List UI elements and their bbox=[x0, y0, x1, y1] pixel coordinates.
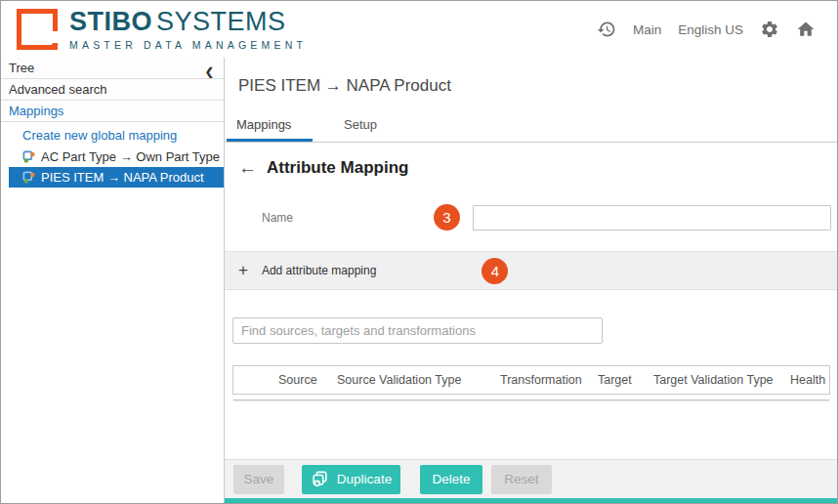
column-header-source-validation-type: Source Validation Type bbox=[337, 373, 461, 387]
sidebar-item-tree-label: Tree bbox=[9, 61, 34, 75]
main-content: PIES ITEM → NAPA Product Mappings Setup … bbox=[225, 58, 837, 503]
app-window: STIBOSYSTEMS MASTER DATA MANAGEMENT Main… bbox=[0, 0, 838, 504]
bottom-accent-strip bbox=[225, 498, 837, 503]
add-attribute-mapping-label[interactable]: Add attribute mapping bbox=[262, 264, 376, 277]
mapping-item-ac-part-type[interactable]: AC Part Type → Own Part Type bbox=[1, 147, 224, 167]
mappings-table: Source Source Validation Type Transforma… bbox=[225, 365, 837, 400]
mapping-item-label: AC Part Type → Own Part Type bbox=[41, 147, 220, 167]
sidebar-item-advanced-search[interactable]: Advanced search bbox=[1, 79, 224, 101]
back-arrow-icon[interactable]: ← bbox=[238, 158, 257, 178]
table-header-row: Source Source Validation Type Transforma… bbox=[232, 365, 830, 395]
plus-icon[interactable]: + bbox=[238, 261, 248, 280]
tab-setup[interactable]: Setup bbox=[334, 114, 412, 142]
brand-name-light: SYSTEMS bbox=[156, 7, 286, 36]
header-controls: Main English US bbox=[597, 20, 837, 39]
sidebar-item-mappings-label: Mappings bbox=[9, 104, 63, 118]
save-button[interactable]: Save bbox=[233, 465, 284, 494]
column-header-source: Source bbox=[278, 373, 317, 387]
duplicate-icon bbox=[311, 470, 329, 488]
brand-name-bold: STIBO bbox=[69, 7, 152, 36]
page-title: PIES ITEM → NAPA Product bbox=[238, 76, 451, 96]
mapping-icon bbox=[22, 150, 35, 163]
main-menu-link[interactable]: Main bbox=[633, 22, 661, 37]
logo-square-icon bbox=[17, 9, 58, 50]
action-footer: Save Duplicate Delete Reset bbox=[225, 459, 837, 498]
column-header-transformation: Transformation bbox=[500, 373, 582, 387]
delete-button[interactable]: Delete bbox=[420, 465, 482, 494]
duplicate-button-label: Duplicate bbox=[337, 472, 392, 486]
step-badge-4: 4 bbox=[482, 258, 508, 284]
attribute-mapping-heading: Attribute Mapping bbox=[267, 158, 408, 178]
column-header-health: Health bbox=[790, 373, 825, 387]
language-selector[interactable]: English US bbox=[678, 22, 743, 37]
brand-tagline: MASTER DATA MANAGEMENT bbox=[69, 39, 307, 51]
logo-text: STIBOSYSTEMS MASTER DATA MANAGEMENT bbox=[69, 9, 307, 51]
mapping-item-label: PIES ITEM → NAPA Product bbox=[41, 167, 204, 188]
home-icon[interactable] bbox=[796, 20, 816, 39]
step-badge-3: 3 bbox=[434, 204, 460, 231]
mapping-item-pies-item-selected[interactable]: PIES ITEM → NAPA Product bbox=[9, 167, 224, 188]
name-label: Name bbox=[262, 211, 434, 225]
sidebar-item-advanced-search-label: Advanced search bbox=[9, 82, 106, 97]
mapping-icon bbox=[22, 171, 35, 184]
gear-icon[interactable] bbox=[760, 20, 779, 39]
history-icon[interactable] bbox=[597, 20, 616, 39]
search-input[interactable] bbox=[232, 317, 603, 344]
sidebar-item-tree[interactable]: Tree ❮ bbox=[1, 58, 224, 79]
left-sidebar: Tree ❮ Advanced search Mappings Create n… bbox=[1, 58, 225, 503]
stibo-systems-logo: STIBOSYSTEMS MASTER DATA MANAGEMENT bbox=[17, 9, 307, 51]
column-header-target-validation-type: Target Validation Type bbox=[653, 373, 774, 387]
tab-mappings[interactable]: Mappings bbox=[227, 114, 313, 142]
duplicate-button[interactable]: Duplicate bbox=[302, 465, 400, 494]
reset-button[interactable]: Reset bbox=[491, 465, 552, 494]
sidebar-item-mappings[interactable]: Mappings bbox=[1, 101, 224, 122]
add-attribute-mapping-row[interactable]: + Add attribute mapping 4 bbox=[225, 251, 837, 290]
name-input[interactable] bbox=[473, 205, 831, 231]
create-new-global-mapping-link[interactable]: Create new global mapping bbox=[1, 125, 224, 147]
attribute-mapping-section: ← Attribute Mapping Name 3 bbox=[225, 143, 837, 251]
app-header: STIBOSYSTEMS MASTER DATA MANAGEMENT Main… bbox=[1, 1, 837, 58]
column-header-target: Target bbox=[598, 373, 632, 387]
tab-bar: Mappings Setup bbox=[225, 114, 837, 143]
